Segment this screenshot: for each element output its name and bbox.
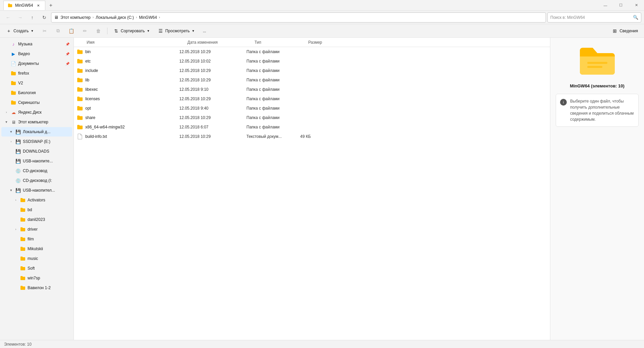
breadcrumb-arrow[interactable]: › [159, 15, 160, 19]
more-label: ... [203, 29, 206, 33]
sidebar-label-9: Локальный д... [23, 129, 50, 134]
minimize-button[interactable]: — [598, 0, 613, 11]
sidebar-item-5[interactable]: Биология [1, 88, 72, 98]
sidebar-label-21: Mikutskii [28, 246, 43, 251]
sort-label: Сортировать [121, 29, 145, 33]
sidebar-icon-21 [20, 246, 26, 252]
sidebar-label-7: Яндекс.Диск [18, 110, 42, 115]
sidebar-label-4: V2 [18, 81, 23, 85]
sidebar-item-2[interactable]: 📄Документы📌 [1, 59, 72, 68]
file-row-3[interactable]: lib12.05.2018 10:29Папка с файлами [74, 75, 550, 85]
sidebar-label-2: Документы [18, 61, 39, 66]
sidebar-item-1[interactable]: ▶Видео📌 [1, 49, 72, 59]
new-tab-button[interactable]: + [45, 1, 56, 10]
sidebar-item-23[interactable]: Soft [1, 264, 72, 273]
column-date-header[interactable]: Дата изменения [186, 40, 253, 45]
sidebar-icon-1: ▶ [11, 51, 16, 56]
forward-button[interactable]: → [15, 12, 26, 23]
sort-button[interactable]: ⇅ Сортировать ▼ [110, 26, 153, 36]
sidebar-item-4[interactable]: V2 [1, 78, 72, 88]
sidebar-label-10: SSDSWAP (E:) [23, 139, 50, 144]
breadcrumb-current[interactable]: MinGW64 [139, 15, 157, 20]
sidebar-item-14[interactable]: 💿CD-дисковод (I: [1, 176, 72, 185]
search-icon[interactable]: 🔍 [633, 15, 638, 20]
sidebar-item-18[interactable]: danil2023 [1, 215, 72, 224]
tab-close-button[interactable]: ✕ [36, 3, 41, 8]
view-button[interactable]: ☰ Просмотреть ▼ [154, 26, 198, 36]
more-button[interactable]: ... [199, 26, 210, 36]
file-date-5: 12.05.2018 10:29 [179, 96, 246, 101]
sidebar-item-13[interactable]: 💿CD-дисковод [1, 166, 72, 176]
sidebar-icon-19 [20, 227, 26, 232]
create-button[interactable]: + Создать ▼ [3, 26, 37, 36]
pin-icon-1: 📌 [65, 52, 70, 56]
breadcrumb-drive[interactable]: Локальный диск (C:) [96, 15, 134, 20]
column-size-header[interactable]: Размер [307, 40, 340, 45]
file-name-1: etc [85, 59, 179, 64]
sidebar-item-17[interactable]: bd [1, 205, 72, 215]
sidebar-label-13: CD-дисковод [23, 168, 47, 173]
maximize-button[interactable]: ☐ [613, 0, 629, 11]
sidebar-item-3[interactable]: firefox [1, 69, 72, 78]
sidebar-icon-12: 💾 [15, 158, 21, 164]
sidebar-item-12[interactable]: 💾USB-накопите... [1, 156, 72, 166]
file-type-7: Папка с файлами [246, 115, 300, 120]
file-date-1: 12.05.2018 10:02 [179, 59, 246, 64]
expand-icon-9: ▼ [9, 129, 13, 134]
expand-icon-19: › [13, 227, 18, 232]
close-button[interactable]: ✕ [629, 0, 644, 11]
back-button[interactable]: ← [3, 12, 13, 23]
expand-icon-8: ▼ [4, 120, 9, 124]
column-type-header[interactable]: Тип [253, 40, 307, 45]
file-date-2: 12.05.2018 10:29 [179, 68, 246, 73]
sidebar-icon-10: 💾 [15, 139, 21, 144]
sidebar-label-25: Вавилон 1-2 [28, 285, 51, 290]
sidebar-icon-0: ♪ [11, 41, 16, 47]
file-icon-2 [77, 67, 83, 74]
sidebar-item-15[interactable]: ▼💾USB-накопител... [1, 186, 72, 195]
sidebar-item-7[interactable]: ›☁Яндекс.Диск [1, 108, 72, 117]
search-bar[interactable]: Поиск в: MinGW64 🔍 [547, 12, 641, 23]
file-row-8[interactable]: x86_64-w64-mingw3212.05.2018 6:07Папка с… [74, 122, 550, 132]
sidebar-item-11[interactable]: 💾DOWNLOADS [1, 147, 72, 156]
up-button[interactable]: ↑ [27, 12, 38, 23]
sidebar-item-22[interactable]: music [1, 254, 72, 263]
file-row-4[interactable]: libexec12.05.2018 9:10Папка с файлами [74, 85, 550, 94]
sidebar-item-21[interactable]: Mikutskii [1, 244, 72, 254]
file-name-3: lib [85, 78, 179, 82]
sidebar-item-8[interactable]: ▼🖥Этот компьютер [1, 117, 72, 127]
file-row-2[interactable]: include12.05.2018 10:29Папка с файлами [74, 66, 550, 75]
paste-button: 📋 [65, 26, 78, 36]
file-row-0[interactable]: bin12.05.2018 10:29Папка с файлами [74, 47, 550, 56]
file-date-4: 12.05.2018 9:10 [179, 87, 246, 92]
file-row-9[interactable]: build-info.txt12.05.2018 10:29Текстовый … [74, 132, 550, 141]
column-name-header[interactable]: Имя [85, 40, 186, 45]
sidebar-label-12: USB-накопите... [23, 159, 53, 163]
refresh-button[interactable]: ↻ [39, 12, 50, 23]
active-tab[interactable]: MinGW64 ✕ [3, 1, 45, 10]
sidebar-item-25[interactable]: Вавилон 1-2 [1, 283, 72, 293]
cut-icon: ✂ [42, 28, 47, 34]
sidebar-item-0[interactable]: ♪Музыка📌 [1, 39, 72, 49]
sidebar-icon-3 [11, 71, 16, 76]
file-row-7[interactable]: share12.05.2018 10:29Папка с файлами [74, 113, 550, 122]
address-computer-icon: 🖥 [54, 15, 58, 20]
sidebar-item-19[interactable]: ›driver [1, 225, 72, 234]
breadcrumb-computer[interactable]: Этот компьютер [60, 15, 91, 20]
sidebar-icon-5 [11, 90, 16, 95]
sidebar-item-6[interactable]: Скриншоты [1, 98, 72, 107]
sidebar-item-20[interactable]: film [1, 234, 72, 244]
sidebar-item-9[interactable]: ▼💾Локальный д... [1, 127, 72, 137]
file-row-6[interactable]: opt12.05.2018 9:40Папка с файлами [74, 104, 550, 113]
sidebar-item-16[interactable]: ›Activators [1, 195, 72, 205]
file-list-header: Имя Дата изменения Тип Размер [74, 38, 550, 47]
file-row-1[interactable]: etc12.05.2018 10:02Папка с файлами [74, 56, 550, 66]
sidebar-item-10[interactable]: ›💾SSDSWAP (E:) [1, 137, 72, 146]
details-button[interactable]: ⊞ Сведения [609, 26, 641, 36]
file-row-5[interactable]: licenses12.05.2018 10:29Папка с файлами [74, 94, 550, 104]
address-bar[interactable]: 🖥 Этот компьютер › Локальный диск (C:) ›… [51, 12, 546, 23]
tab-area: MinGW64 ✕ + [3, 0, 598, 10]
copy-icon: ⧉ [55, 28, 61, 34]
sidebar-item-24[interactable]: win7sp [1, 273, 72, 283]
sidebar-icon-18 [20, 217, 26, 222]
